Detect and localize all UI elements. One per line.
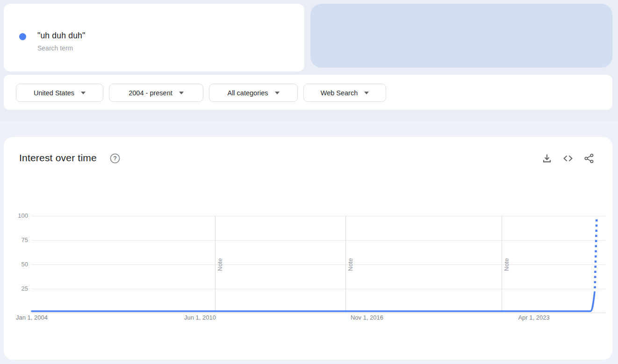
section-title: Interest over time xyxy=(19,152,97,164)
chevron-down-icon xyxy=(81,92,86,94)
download-icon[interactable] xyxy=(541,153,553,164)
filter-region-dropdown[interactable]: United States xyxy=(16,84,103,102)
embed-code-icon[interactable] xyxy=(562,153,574,164)
y-axis-tick: 75 xyxy=(9,236,28,244)
add-comparison-card[interactable]: Compare xyxy=(310,4,612,68)
filter-timerange-dropdown[interactable]: 2004 - present xyxy=(109,84,203,102)
filter-region-value: United States xyxy=(34,89,74,97)
filter-bar: United States 2004 - present All categor… xyxy=(4,75,612,110)
trend-line-chart[interactable] xyxy=(28,212,603,316)
trend-line-dotted xyxy=(595,216,597,288)
y-axis-tick: 50 xyxy=(9,260,28,269)
trends-explore-page: "uh duh duh" Search term Compare United … xyxy=(0,0,618,364)
share-icon[interactable] xyxy=(583,153,595,164)
help-icon[interactable]: ? xyxy=(109,153,121,164)
y-axis-tick: 25 xyxy=(9,285,28,293)
filter-searchtype-value: Web Search xyxy=(321,89,358,97)
chevron-down-icon xyxy=(275,92,280,94)
filter-category-dropdown[interactable]: All categories xyxy=(209,84,298,102)
search-term-text: "uh duh duh" xyxy=(37,31,85,41)
filter-category-value: All categories xyxy=(227,89,268,97)
filter-searchtype-dropdown[interactable]: Web Search xyxy=(303,84,386,102)
trend-line-solid xyxy=(32,292,595,311)
interest-over-time-card: Interest over time ? xyxy=(4,137,612,360)
y-axis-tick: 100 xyxy=(9,212,28,220)
search-term-type-label: Search term xyxy=(37,44,73,52)
search-term-card[interactable]: "uh duh duh" Search term xyxy=(4,4,304,71)
chevron-down-icon xyxy=(364,92,369,94)
chevron-down-icon xyxy=(179,92,184,94)
series-color-dot-icon xyxy=(19,33,26,40)
svg-text:?: ? xyxy=(113,155,117,162)
filter-timerange-value: 2004 - present xyxy=(129,89,172,97)
